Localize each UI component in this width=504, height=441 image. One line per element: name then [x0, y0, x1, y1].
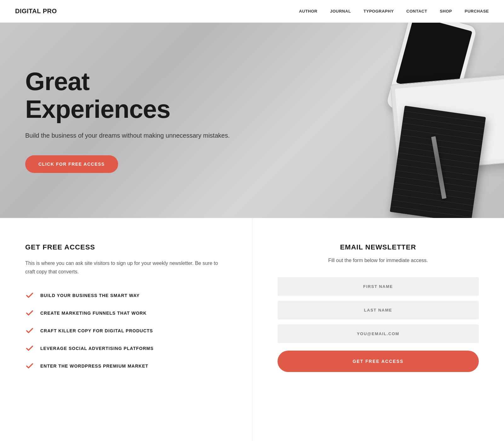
- check-icon-3: [25, 326, 34, 335]
- right-col-description: Fill out the form below for immediate ac…: [278, 256, 479, 265]
- check-icon-1: [25, 291, 34, 300]
- feature-text-4: LEVERAGE SOCIAL ADVERTISING PLATFORMS: [40, 346, 154, 351]
- nav-purchase[interactable]: PURCHASE: [465, 9, 489, 14]
- feature-item-4: LEVERAGE SOCIAL ADVERTISING PLATFORMS: [25, 344, 227, 353]
- site-header: DIGITAL PRO AUTHOR JOURNAL TYPOGRAPHY CO…: [0, 0, 504, 23]
- nav-typography[interactable]: TYPOGRAPHY: [364, 9, 394, 14]
- check-icon-5: [25, 362, 34, 370]
- hero-subtitle: Build the business of your dreams withou…: [25, 131, 239, 140]
- feature-text-3: CRAFT KILLER COPY FOR DIGITAL PRODUCTS: [40, 328, 153, 333]
- email-input[interactable]: [278, 324, 479, 343]
- feature-item-5: ENTER THE WORDPRESS PREMIUM MARKET: [25, 362, 227, 370]
- main-nav: AUTHOR JOURNAL TYPOGRAPHY CONTACT SHOP P…: [299, 9, 489, 14]
- hero-cta-button[interactable]: CLICK FOR FREE ACCESS: [25, 155, 118, 173]
- last-name-group: [278, 301, 479, 319]
- hero-section: Great Experiences Build the business of …: [0, 23, 504, 218]
- two-col-section: GET FREE ACCESS This is where you can as…: [0, 218, 504, 441]
- submit-button[interactable]: GET FREE ACCESS: [278, 351, 479, 372]
- hero-devices: [284, 23, 504, 218]
- feature-item-2: CREATE MARKETING FUNNELS THAT WORK: [25, 309, 227, 318]
- first-name-group: [278, 277, 479, 296]
- feature-list: BUILD YOUR BUSINESS THE SMART WAY CREATE…: [25, 291, 227, 370]
- site-logo[interactable]: DIGITAL PRO: [15, 8, 57, 15]
- first-name-input[interactable]: [278, 277, 479, 296]
- feature-text-2: CREATE MARKETING FUNNELS THAT WORK: [40, 311, 147, 316]
- right-column: EMAIL NEWSLETTER Fill out the form below…: [252, 218, 504, 441]
- feature-text-5: ENTER THE WORDPRESS PREMIUM MARKET: [40, 364, 148, 369]
- check-icon-4: [25, 344, 34, 353]
- nav-contact[interactable]: CONTACT: [406, 9, 427, 14]
- check-icon-2: [25, 309, 34, 318]
- left-col-title: GET FREE ACCESS: [25, 243, 227, 251]
- nav-journal[interactable]: JOURNAL: [330, 9, 351, 14]
- right-col-title: EMAIL NEWSLETTER: [278, 243, 479, 251]
- email-group: [278, 324, 479, 343]
- nav-author[interactable]: AUTHOR: [299, 9, 318, 14]
- left-col-description: This is where you can ask site visitors …: [25, 259, 227, 276]
- hero-title: Great Experiences: [25, 68, 239, 123]
- last-name-input[interactable]: [278, 301, 479, 319]
- left-column: GET FREE ACCESS This is where you can as…: [0, 218, 252, 441]
- feature-text-1: BUILD YOUR BUSINESS THE SMART WAY: [40, 293, 140, 298]
- nav-shop[interactable]: SHOP: [440, 9, 452, 14]
- feature-item-1: BUILD YOUR BUSINESS THE SMART WAY: [25, 291, 227, 300]
- feature-item-3: CRAFT KILLER COPY FOR DIGITAL PRODUCTS: [25, 326, 227, 335]
- hero-content: Great Experiences Build the business of …: [25, 68, 239, 173]
- newsletter-form: GET FREE ACCESS: [278, 277, 479, 372]
